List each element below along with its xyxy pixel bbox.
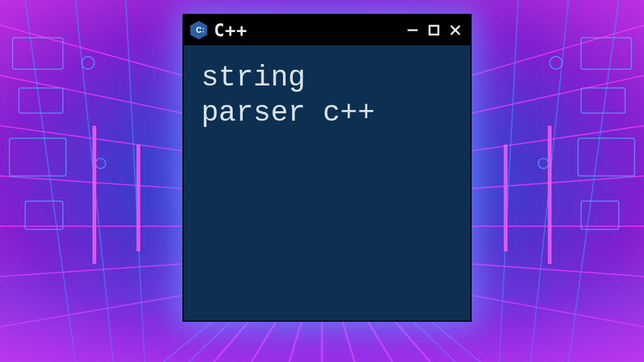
window-titlebar[interactable]: C + + C++: [184, 15, 470, 45]
maximize-button[interactable]: [425, 21, 443, 39]
svg-rect-29: [581, 201, 619, 229]
code-line-2: parser c++: [201, 96, 453, 131]
svg-line-16: [472, 295, 644, 327]
svg-rect-20: [13, 38, 63, 69]
svg-rect-23: [25, 201, 63, 229]
terminal-window: C + + C++ string parser c++: [182, 14, 472, 322]
svg-point-25: [96, 158, 106, 168]
svg-line-9: [126, 0, 145, 362]
svg-text:C: C: [196, 25, 201, 35]
svg-point-30: [550, 57, 562, 69]
svg-line-13: [472, 176, 644, 189]
svg-rect-52: [430, 26, 438, 35]
svg-line-19: [499, 0, 518, 362]
svg-text:+: +: [203, 30, 204, 33]
svg-rect-26: [581, 38, 631, 69]
terminal-content[interactable]: string parser c++: [184, 45, 470, 321]
svg-point-24: [82, 57, 94, 69]
svg-rect-28: [578, 138, 635, 176]
svg-line-15: [472, 264, 644, 277]
minimize-button[interactable]: [404, 21, 421, 39]
svg-line-6: [0, 295, 182, 327]
svg-line-3: [0, 176, 182, 189]
svg-line-10: [472, 25, 644, 75]
svg-point-31: [538, 158, 548, 168]
svg-line-1: [0, 75, 182, 113]
cpp-hexagon-icon: C + +: [189, 20, 209, 40]
window-controls: [404, 21, 464, 39]
code-line-1: string: [201, 60, 453, 96]
svg-line-5: [0, 264, 182, 277]
close-button[interactable]: [447, 21, 464, 39]
window-title: C++: [214, 20, 399, 41]
svg-rect-22: [9, 138, 66, 176]
